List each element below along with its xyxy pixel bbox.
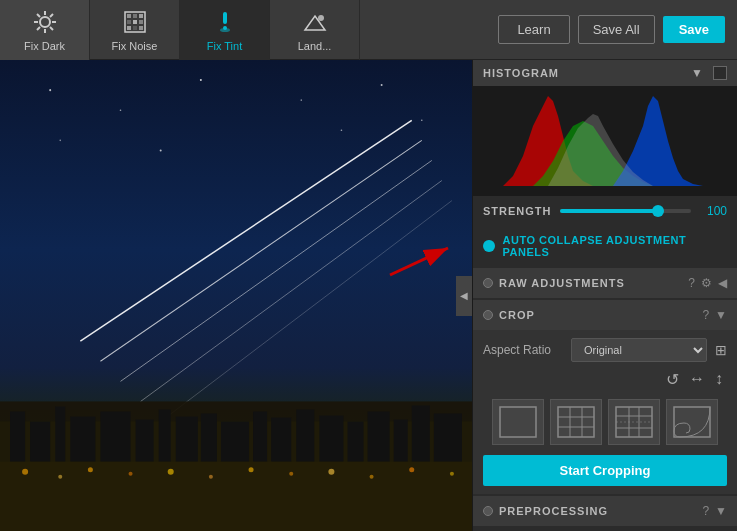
- aspect-ratio-select[interactable]: Original 1:1 4:3 16:9 Custom: [571, 338, 707, 362]
- grid-none-button[interactable]: [492, 399, 544, 445]
- crop-help-icon[interactable]: ?: [702, 308, 709, 322]
- svg-rect-10: [127, 14, 131, 18]
- svg-point-70: [370, 475, 374, 479]
- landscape-label: Land...: [298, 40, 332, 52]
- flip-h-icon[interactable]: ↔: [689, 370, 705, 389]
- crop-header[interactable]: CROP ? ▼: [473, 300, 737, 330]
- raw-adjustments-section: RAW ADJUSTMENTS ? ⚙ ◀: [473, 268, 737, 298]
- toolbar-actions: Learn Save All Save: [486, 15, 737, 44]
- raw-adjustments-title: RAW ADJUSTMENTS: [499, 277, 682, 289]
- svg-rect-58: [412, 405, 430, 461]
- fix-dark-icon: [31, 8, 59, 36]
- auto-collapse-row[interactable]: AUTO COLLAPSE ADJUSTMENT PANELS: [473, 226, 737, 266]
- svg-point-65: [168, 469, 174, 475]
- svg-rect-77: [558, 407, 594, 437]
- preprocessing-header[interactable]: PREPROCESSING ? ▼: [473, 496, 737, 526]
- learn-button[interactable]: Learn: [498, 15, 569, 44]
- raw-adjustments-header[interactable]: RAW ADJUSTMENTS ? ⚙ ◀: [473, 268, 737, 298]
- main-area: 河东软件网 www.pc0359.cn: [0, 60, 737, 531]
- aspect-ratio-lock-icon[interactable]: ⊞: [715, 342, 727, 358]
- svg-rect-53: [296, 409, 314, 461]
- svg-point-27: [200, 79, 202, 81]
- preprocessing-help-icon[interactable]: ?: [702, 504, 709, 518]
- svg-point-61: [22, 469, 28, 475]
- svg-point-71: [409, 467, 414, 472]
- preprocessing-icons: ? ▼: [702, 504, 727, 518]
- toolbar-item-fix-noise[interactable]: Fix Noise: [90, 0, 180, 60]
- preprocessing-title: PREPROCESSING: [499, 505, 696, 517]
- strength-slider[interactable]: [560, 209, 692, 213]
- raw-adjustments-help-icon[interactable]: ?: [688, 276, 695, 290]
- svg-rect-41: [10, 411, 25, 461]
- auto-collapse-text: AUTO COLLAPSE ADJUSTMENT PANELS: [503, 234, 728, 258]
- svg-rect-14: [133, 20, 137, 24]
- svg-rect-13: [127, 20, 131, 24]
- svg-rect-18: [139, 26, 143, 30]
- raw-adjustments-dot: [483, 278, 493, 288]
- svg-rect-76: [500, 407, 536, 437]
- grid-golden-button[interactable]: [608, 399, 660, 445]
- fix-tint-label: Fix Tint: [207, 40, 242, 52]
- flip-v-icon[interactable]: ↕: [715, 370, 723, 389]
- svg-rect-19: [223, 12, 227, 24]
- crop-section: CROP ? ▼ Aspect Ratio Original 1:1 4:3 1…: [473, 300, 737, 494]
- svg-line-7: [50, 14, 53, 17]
- svg-rect-54: [319, 416, 343, 462]
- svg-point-63: [88, 467, 93, 472]
- toolbar-item-fix-dark[interactable]: Fix Dark: [0, 0, 90, 60]
- rotate-row: ↺ ↔ ↕: [483, 370, 727, 389]
- svg-rect-44: [70, 417, 95, 462]
- grid-spiral-button[interactable]: [666, 399, 718, 445]
- toolbar: Fix Dark Fix Noise: [0, 0, 737, 60]
- histogram-dropdown-icon[interactable]: ▼: [691, 66, 703, 80]
- svg-point-31: [59, 140, 61, 142]
- start-cropping-button[interactable]: Start Cropping: [483, 455, 727, 486]
- svg-rect-46: [136, 420, 154, 462]
- svg-point-69: [328, 469, 334, 475]
- fix-noise-icon: [121, 8, 149, 36]
- svg-point-62: [58, 475, 62, 479]
- rotate-ccw-icon[interactable]: ↺: [666, 370, 679, 389]
- strength-fill: [560, 209, 659, 213]
- svg-rect-42: [30, 422, 50, 462]
- svg-point-33: [341, 129, 343, 131]
- svg-rect-56: [368, 411, 390, 461]
- svg-point-30: [421, 119, 423, 121]
- save-button[interactable]: Save: [663, 16, 725, 43]
- histogram-checkbox[interactable]: [713, 66, 727, 80]
- raw-adjustments-gear-icon[interactable]: ⚙: [701, 276, 712, 290]
- svg-rect-49: [201, 413, 217, 461]
- svg-rect-52: [271, 418, 291, 462]
- save-all-button[interactable]: Save All: [578, 15, 655, 44]
- svg-rect-11: [133, 14, 137, 18]
- strength-row: STRENGTH 100: [473, 196, 737, 226]
- preprocessing-dropdown-icon[interactable]: ▼: [715, 504, 727, 518]
- raw-adjustments-arrow-icon[interactable]: ◀: [718, 276, 727, 290]
- svg-rect-15: [139, 20, 143, 24]
- crop-dropdown-icon[interactable]: ▼: [715, 308, 727, 322]
- auto-collapse-dot: [483, 240, 495, 252]
- svg-point-68: [289, 472, 293, 476]
- preprocessing-section: PREPROCESSING ? ▼: [473, 496, 737, 526]
- collapse-panel-button[interactable]: ◀: [456, 276, 472, 316]
- strength-label: STRENGTH: [483, 205, 552, 217]
- histogram-canvas: [473, 86, 737, 196]
- strength-value: 100: [699, 204, 727, 218]
- grid-thirds-button[interactable]: [550, 399, 602, 445]
- svg-rect-43: [55, 406, 65, 461]
- svg-rect-47: [159, 409, 171, 461]
- toolbar-item-landscape[interactable]: Land...: [270, 0, 360, 60]
- svg-rect-12: [139, 14, 143, 18]
- svg-rect-51: [253, 411, 267, 461]
- grid-options-row: [483, 399, 727, 445]
- svg-point-21: [220, 28, 230, 32]
- right-panel: HISTOGRAM ▼: [472, 60, 737, 531]
- crop-dot: [483, 310, 493, 320]
- svg-rect-50: [221, 422, 249, 462]
- svg-line-6: [50, 27, 53, 30]
- crop-icons: ? ▼: [702, 308, 727, 322]
- svg-point-25: [49, 89, 51, 91]
- svg-point-67: [249, 467, 254, 472]
- toolbar-item-fix-tint[interactable]: Fix Tint: [180, 0, 270, 60]
- svg-line-8: [37, 27, 40, 30]
